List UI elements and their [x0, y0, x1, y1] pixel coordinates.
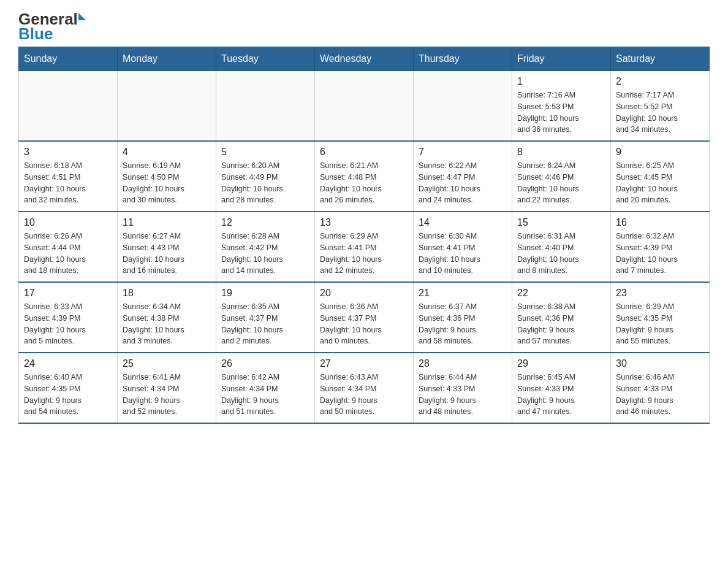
- day-info: Sunrise: 6:21 AM Sunset: 4:48 PM Dayligh…: [320, 160, 408, 206]
- weekday-header-monday: Monday: [118, 47, 216, 71]
- day-number: 14: [419, 217, 507, 228]
- day-info: Sunrise: 6:34 AM Sunset: 4:38 PM Dayligh…: [123, 301, 211, 347]
- day-info: Sunrise: 6:18 AM Sunset: 4:51 PM Dayligh…: [24, 160, 112, 206]
- day-info: Sunrise: 7:16 AM Sunset: 5:53 PM Dayligh…: [517, 90, 605, 136]
- day-number: 25: [123, 358, 211, 369]
- calendar-cell: 29Sunrise: 6:45 AM Sunset: 4:33 PM Dayli…: [512, 353, 611, 423]
- day-number: 8: [517, 147, 605, 158]
- calendar-cell: 2Sunrise: 7:17 AM Sunset: 5:52 PM Daylig…: [611, 71, 710, 142]
- day-number: 13: [320, 217, 408, 228]
- day-info: Sunrise: 6:22 AM Sunset: 4:47 PM Dayligh…: [419, 160, 507, 206]
- calendar-container: SundayMondayTuesdayWednesdayThursdayFrid…: [0, 47, 728, 436]
- day-info: Sunrise: 6:24 AM Sunset: 4:46 PM Dayligh…: [517, 160, 605, 206]
- day-info: Sunrise: 6:32 AM Sunset: 4:39 PM Dayligh…: [616, 231, 704, 277]
- day-number: 21: [419, 288, 507, 299]
- day-info: Sunrise: 6:37 AM Sunset: 4:36 PM Dayligh…: [419, 301, 507, 347]
- header: General Blue: [0, 0, 728, 47]
- day-number: 1: [517, 76, 605, 87]
- calendar-cell: 22Sunrise: 6:38 AM Sunset: 4:36 PM Dayli…: [512, 282, 611, 353]
- calendar-cell: [19, 71, 118, 142]
- day-info: Sunrise: 6:44 AM Sunset: 4:33 PM Dayligh…: [419, 372, 507, 418]
- day-info: Sunrise: 6:46 AM Sunset: 4:33 PM Dayligh…: [616, 372, 704, 418]
- calendar-cell: 17Sunrise: 6:33 AM Sunset: 4:39 PM Dayli…: [19, 282, 118, 353]
- calendar-cell: 11Sunrise: 6:27 AM Sunset: 4:43 PM Dayli…: [118, 212, 216, 282]
- day-number: 23: [616, 288, 704, 299]
- day-number: 5: [221, 147, 309, 158]
- day-info: Sunrise: 6:20 AM Sunset: 4:49 PM Dayligh…: [221, 160, 309, 206]
- day-number: 30: [616, 358, 704, 369]
- day-number: 26: [221, 358, 309, 369]
- day-info: Sunrise: 6:29 AM Sunset: 4:41 PM Dayligh…: [320, 231, 408, 277]
- weekday-header-tuesday: Tuesday: [216, 47, 315, 71]
- calendar-cell: 13Sunrise: 6:29 AM Sunset: 4:41 PM Dayli…: [315, 212, 414, 282]
- day-info: Sunrise: 6:40 AM Sunset: 4:35 PM Dayligh…: [24, 372, 112, 418]
- weekday-header-row: SundayMondayTuesdayWednesdayThursdayFrid…: [19, 47, 710, 71]
- logo: General Blue: [18, 11, 86, 42]
- logo-blue-text: Blue: [18, 26, 53, 42]
- calendar-cell: 16Sunrise: 6:32 AM Sunset: 4:39 PM Dayli…: [611, 212, 710, 282]
- calendar-cell: 27Sunrise: 6:43 AM Sunset: 4:34 PM Dayli…: [315, 353, 414, 423]
- calendar-cell: [315, 71, 414, 142]
- day-info: Sunrise: 6:42 AM Sunset: 4:34 PM Dayligh…: [221, 372, 309, 418]
- day-number: 20: [320, 288, 408, 299]
- day-number: 17: [24, 288, 112, 299]
- day-number: 19: [221, 288, 309, 299]
- calendar-cell: 24Sunrise: 6:40 AM Sunset: 4:35 PM Dayli…: [19, 353, 118, 423]
- week-row-3: 10Sunrise: 6:26 AM Sunset: 4:44 PM Dayli…: [19, 212, 710, 282]
- calendar-cell: 23Sunrise: 6:39 AM Sunset: 4:35 PM Dayli…: [611, 282, 710, 353]
- calendar-cell: 28Sunrise: 6:44 AM Sunset: 4:33 PM Dayli…: [414, 353, 512, 423]
- day-info: Sunrise: 6:25 AM Sunset: 4:45 PM Dayligh…: [616, 160, 704, 206]
- weekday-header-friday: Friday: [512, 47, 611, 71]
- day-number: 7: [419, 147, 507, 158]
- week-row-5: 24Sunrise: 6:40 AM Sunset: 4:35 PM Dayli…: [19, 353, 710, 423]
- day-info: Sunrise: 6:35 AM Sunset: 4:37 PM Dayligh…: [221, 301, 309, 347]
- day-info: Sunrise: 6:41 AM Sunset: 4:34 PM Dayligh…: [123, 372, 211, 418]
- calendar-cell: 8Sunrise: 6:24 AM Sunset: 4:46 PM Daylig…: [512, 141, 611, 212]
- calendar-cell: 20Sunrise: 6:36 AM Sunset: 4:37 PM Dayli…: [315, 282, 414, 353]
- calendar-cell: 18Sunrise: 6:34 AM Sunset: 4:38 PM Dayli…: [118, 282, 216, 353]
- week-row-4: 17Sunrise: 6:33 AM Sunset: 4:39 PM Dayli…: [19, 282, 710, 353]
- day-info: Sunrise: 6:30 AM Sunset: 4:41 PM Dayligh…: [419, 231, 507, 277]
- weekday-header-wednesday: Wednesday: [315, 47, 414, 71]
- calendar-cell: 5Sunrise: 6:20 AM Sunset: 4:49 PM Daylig…: [216, 141, 315, 212]
- day-info: Sunrise: 6:27 AM Sunset: 4:43 PM Dayligh…: [123, 231, 211, 277]
- calendar-cell: 7Sunrise: 6:22 AM Sunset: 4:47 PM Daylig…: [414, 141, 512, 212]
- calendar-cell: 15Sunrise: 6:31 AM Sunset: 4:40 PM Dayli…: [512, 212, 611, 282]
- day-info: Sunrise: 6:45 AM Sunset: 4:33 PM Dayligh…: [517, 372, 605, 418]
- calendar-cell: 25Sunrise: 6:41 AM Sunset: 4:34 PM Dayli…: [118, 353, 216, 423]
- day-number: 18: [123, 288, 211, 299]
- week-row-2: 3Sunrise: 6:18 AM Sunset: 4:51 PM Daylig…: [19, 141, 710, 212]
- day-info: Sunrise: 6:39 AM Sunset: 4:35 PM Dayligh…: [616, 301, 704, 347]
- day-number: 16: [616, 217, 704, 228]
- day-info: Sunrise: 7:17 AM Sunset: 5:52 PM Dayligh…: [616, 90, 704, 136]
- day-number: 27: [320, 358, 408, 369]
- day-number: 2: [616, 76, 704, 87]
- calendar-cell: [216, 71, 315, 142]
- day-info: Sunrise: 6:31 AM Sunset: 4:40 PM Dayligh…: [517, 231, 605, 277]
- calendar-cell: 30Sunrise: 6:46 AM Sunset: 4:33 PM Dayli…: [611, 353, 710, 423]
- calendar-cell: 19Sunrise: 6:35 AM Sunset: 4:37 PM Dayli…: [216, 282, 315, 353]
- calendar-cell: 12Sunrise: 6:28 AM Sunset: 4:42 PM Dayli…: [216, 212, 315, 282]
- day-number: 29: [517, 358, 605, 369]
- calendar-cell: 3Sunrise: 6:18 AM Sunset: 4:51 PM Daylig…: [19, 141, 118, 212]
- calendar-cell: [118, 71, 216, 142]
- day-number: 12: [221, 217, 309, 228]
- weekday-header-saturday: Saturday: [611, 47, 710, 71]
- day-info: Sunrise: 6:43 AM Sunset: 4:34 PM Dayligh…: [320, 372, 408, 418]
- calendar-cell: 9Sunrise: 6:25 AM Sunset: 4:45 PM Daylig…: [611, 141, 710, 212]
- calendar-cell: 10Sunrise: 6:26 AM Sunset: 4:44 PM Dayli…: [19, 212, 118, 282]
- calendar-cell: 14Sunrise: 6:30 AM Sunset: 4:41 PM Dayli…: [414, 212, 512, 282]
- day-info: Sunrise: 6:36 AM Sunset: 4:37 PM Dayligh…: [320, 301, 408, 347]
- calendar-cell: 6Sunrise: 6:21 AM Sunset: 4:48 PM Daylig…: [315, 141, 414, 212]
- weekday-header-thursday: Thursday: [414, 47, 512, 71]
- day-number: 3: [24, 147, 112, 158]
- calendar-cell: 21Sunrise: 6:37 AM Sunset: 4:36 PM Dayli…: [414, 282, 512, 353]
- day-number: 4: [123, 147, 211, 158]
- calendar-cell: 26Sunrise: 6:42 AM Sunset: 4:34 PM Dayli…: [216, 353, 315, 423]
- calendar-cell: [414, 71, 512, 142]
- day-info: Sunrise: 6:38 AM Sunset: 4:36 PM Dayligh…: [517, 301, 605, 347]
- day-number: 11: [123, 217, 211, 228]
- day-number: 10: [24, 217, 112, 228]
- day-info: Sunrise: 6:28 AM Sunset: 4:42 PM Dayligh…: [221, 231, 309, 277]
- logo-triangle-icon: [78, 13, 86, 20]
